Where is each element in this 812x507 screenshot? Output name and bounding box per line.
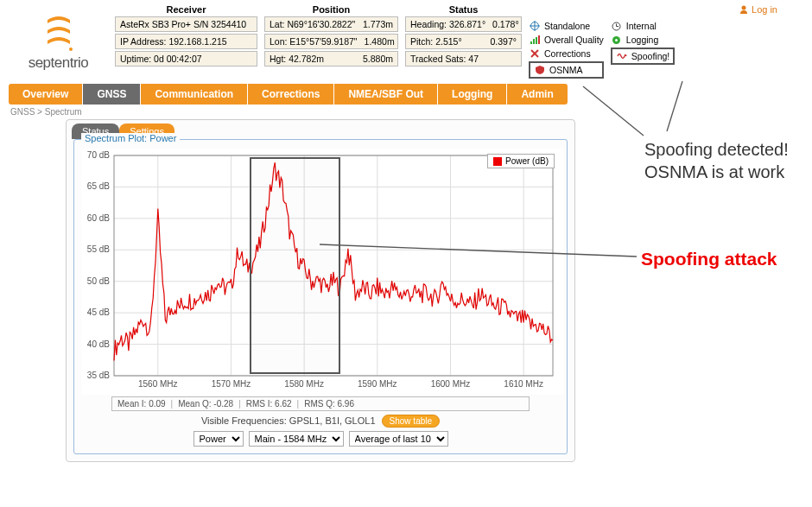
interference-icon (616, 50, 628, 62)
series-select[interactable]: Power (193, 431, 244, 447)
position-col-title: Position (264, 4, 398, 15)
svg-text:65 dB: 65 dB (87, 181, 110, 191)
svg-text:1610 MHz: 1610 MHz (504, 379, 543, 389)
nav-corrections[interactable]: Corrections (248, 84, 334, 105)
svg-text:60 dB: 60 dB (87, 213, 110, 223)
signal-bars-icon (529, 34, 541, 46)
status-indicators-a: Standalone Overall Quality Corrections O… (529, 4, 604, 79)
show-table-button[interactable]: Show table (382, 415, 440, 428)
receiver-column: Receiver AsteRx SB3 Pro+ S/N 3254410 IP … (115, 4, 257, 68)
status-column: Status Heading: 326.871°0.178° Pitch: 2.… (405, 4, 522, 68)
logo-text: septentrio (29, 54, 89, 72)
clock-icon (611, 20, 623, 32)
disk-icon (611, 34, 623, 46)
stat-mean-q: Mean Q: -0.28 (178, 399, 233, 409)
spectrum-panel: Status Settings Spectrum Plot: Power 35 … (66, 119, 575, 462)
svg-rect-6 (533, 39, 535, 44)
svg-text:50 dB: 50 dB (87, 276, 110, 286)
svg-text:1600 MHz: 1600 MHz (431, 379, 471, 389)
svg-rect-7 (536, 37, 537, 44)
visible-frequencies: Visible Frequencies: GPSL1, B1I, GLOL1 S… (81, 415, 560, 428)
legend-swatch-icon (493, 157, 502, 166)
svg-text:1590 MHz: 1590 MHz (358, 379, 397, 389)
svg-text:1580 MHz: 1580 MHz (284, 379, 324, 389)
svg-text:35 dB: 35 dB (87, 371, 110, 380)
corrections-label: Corrections (544, 48, 591, 59)
x-icon (529, 48, 541, 60)
header: septentrio Receiver AsteRx SB3 Pro+ S/N … (0, 0, 812, 79)
svg-text:1570 MHz: 1570 MHz (212, 379, 251, 389)
receiver-model: AsteRx SB3 Pro+ S/N 3254410 (115, 16, 257, 32)
svg-rect-44 (114, 155, 553, 376)
brand-logo: septentrio (9, 4, 108, 72)
position-lon: Lon: E15°57'59.9187"1.480m (264, 34, 398, 49)
svg-text:45 dB: 45 dB (87, 307, 110, 317)
chart-svg: 35 dB40 dB45 dB50 dB55 dB60 dB65 dB70 dB… (81, 149, 563, 395)
nav-admin[interactable]: Admin (507, 84, 567, 105)
breadcrumb: GNSS > Spectrum (10, 107, 802, 117)
annotation-spoofing-detected: Spoofing detected! OSNMA is at work (644, 138, 789, 183)
shield-icon (534, 64, 546, 76)
internal-label: Internal (626, 21, 657, 31)
standalone-label: Standalone (544, 21, 590, 31)
position-lat: Lat: N69°16'30.2822"1.773m (264, 16, 398, 32)
nav-logging[interactable]: Logging (438, 84, 507, 105)
login-link[interactable]: Log in (739, 4, 777, 15)
main-nav: Overview GNSS Communication Corrections … (9, 84, 803, 105)
nav-nmea-sbf[interactable]: NMEA/SBF Out (334, 84, 438, 105)
logging-label: Logging (626, 35, 658, 45)
spoofing-label: Spoofing! (631, 51, 669, 61)
svg-point-15 (615, 39, 618, 41)
svg-text:1560 MHz: 1560 MHz (138, 379, 178, 389)
status-indicators-b: Internal Logging Spoofing! (611, 4, 675, 65)
status-standalone[interactable]: Standalone (529, 20, 604, 32)
status-overall-quality[interactable]: Overall Quality (529, 34, 604, 46)
chart-legend: Power (dB) (487, 154, 555, 168)
login-label: Log in (752, 4, 777, 15)
status-heading: Heading: 326.871°0.178° (405, 16, 522, 32)
logo-mark (42, 11, 75, 53)
overall-quality-label: Overall Quality (544, 35, 604, 45)
svg-rect-5 (530, 41, 532, 44)
position-hgt: Hgt: 42.782m5.880m (264, 51, 398, 67)
position-column: Position Lat: N69°16'30.2822"1.773m Lon:… (264, 4, 398, 68)
chart-controls: Power Main - 1584 MHz Average of last 10 (81, 431, 560, 447)
user-icon (739, 4, 749, 15)
receiver-uptime: Uptime: 0d 00:42:07 (115, 51, 257, 67)
spectrum-chart: 35 dB40 dB45 dB50 dB55 dB60 dB65 dB70 dB… (81, 149, 563, 395)
receiver-col-title: Receiver (115, 4, 257, 15)
average-select[interactable]: Average of last 10 (349, 431, 448, 447)
status-spoofing[interactable]: Spoofing! (611, 48, 675, 65)
svg-point-1 (69, 48, 73, 51)
annotation-spoofing-attack: Spoofing attack (641, 247, 777, 270)
status-corrections[interactable]: Corrections (529, 48, 604, 60)
nav-communication[interactable]: Communication (141, 84, 248, 105)
spectrum-fieldset: Spectrum Plot: Power 35 dB40 dB45 dB50 d… (73, 139, 568, 454)
band-select[interactable]: Main - 1584 MHz (249, 431, 344, 447)
crosshair-icon (529, 20, 541, 32)
status-logging[interactable]: Logging (611, 34, 675, 46)
nav-overview[interactable]: Overview (9, 84, 83, 105)
stat-rms-q: RMS Q: 6.96 (304, 399, 354, 409)
svg-rect-8 (538, 35, 540, 44)
stat-mean-i: Mean I: 0.09 (117, 399, 166, 409)
status-pitch: Pitch: 2.515°0.397° (405, 34, 522, 49)
nav-gnss[interactable]: GNSS (83, 84, 141, 105)
svg-text:70 dB: 70 dB (87, 150, 110, 160)
chart-stats: Mean I: 0.09| Mean Q: -0.28| RMS I: 6.62… (111, 396, 530, 411)
legend-label: Power (dB) (505, 156, 549, 166)
stat-rms-i: RMS I: 6.62 (246, 399, 292, 409)
fieldset-title: Spectrum Plot: Power (81, 133, 180, 143)
status-internal[interactable]: Internal (611, 20, 675, 32)
svg-text:40 dB: 40 dB (87, 339, 110, 349)
status-tracked-sats: Tracked Sats: 47 (405, 51, 522, 67)
status-col-title: Status (405, 4, 522, 15)
svg-point-0 (742, 6, 746, 10)
svg-text:55 dB: 55 dB (87, 244, 110, 254)
receiver-ip: IP Address: 192.168.1.215 (115, 34, 257, 49)
osnma-label: OSNMA (549, 65, 583, 75)
status-osnma[interactable]: OSNMA (529, 61, 604, 79)
